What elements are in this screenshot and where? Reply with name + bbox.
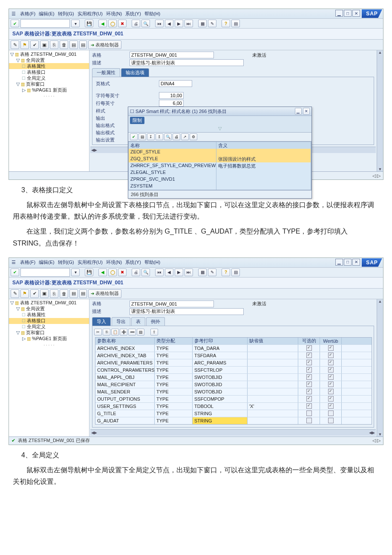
grid-row[interactable]: ZLEGAL_STYLE — [129, 169, 311, 176]
checkbox-optional[interactable] — [306, 418, 312, 423]
navigation-tree[interactable]: ▽▥表格 ZTESTFM_DHW_001 ▽▥全局设置 ☐表格属性 ☐表格接口 … — [9, 299, 89, 436]
table-row[interactable]: MAIL_RECIPIENTTYPESWOTOBJID — [95, 381, 372, 388]
import-parameters-table[interactable]: 参数名称 类型分配 参考打印 缺省值 可选的 Wertüb ARCHIVE_IN… — [95, 337, 372, 425]
prev-page-icon[interactable]: ◀ — [165, 269, 173, 276]
nav-icon[interactable]: ▤ — [79, 289, 87, 298]
checkbox-wertub[interactable] — [328, 418, 334, 423]
dropdown-icon[interactable]: ▾ — [71, 20, 80, 27]
menu-env[interactable]: 环境(N) — [106, 11, 122, 17]
shortcut-icon[interactable]: ✎ — [208, 269, 216, 276]
tree-resize-handle[interactable]: · · · · · — [9, 342, 89, 348]
navigation-tree[interactable]: ▽▥表格 ZTESTFM_DHW_001 ▽▥全局设置 ☐表格属性 ☐表格接口 … — [9, 50, 89, 171]
help-icon[interactable]: ? — [222, 20, 230, 27]
checkbox-optional[interactable] — [306, 410, 312, 416]
col-ref[interactable]: 参考打印 — [193, 338, 248, 344]
description-field[interactable]: 课堂练习-航班计划表 — [130, 308, 244, 315]
tab-export[interactable]: 导出 — [112, 317, 130, 326]
move-up-icon[interactable]: ⇧ — [150, 329, 158, 335]
col-name[interactable]: 名称 — [129, 142, 216, 149]
select-all-icon[interactable]: ▤ — [137, 329, 144, 335]
menu-system[interactable]: 系统(Y) — [125, 11, 141, 17]
menu-util[interactable]: 实用程序(U) — [78, 11, 103, 17]
print-icon[interactable]: 🖨 — [173, 133, 180, 140]
menu-env[interactable]: 环境(N) — [106, 259, 122, 266]
cut-icon[interactable]: ✂ — [94, 329, 102, 335]
ok-icon[interactable]: ✔ — [11, 20, 19, 27]
layout-icon[interactable]: ▤ — [231, 20, 240, 27]
table-row[interactable]: ARCHIVE_PARAMETERSTYPEARC_PARAMS — [95, 359, 372, 366]
tree-node-page1[interactable]: ▷▥%PAGE1 新页面 — [9, 87, 89, 93]
where-used-icon[interactable]: ▤ — [69, 289, 78, 298]
cpi-field[interactable]: 10,00 — [159, 92, 184, 99]
menu-edit[interactable]: 编辑(E) — [39, 259, 55, 266]
copy-icon[interactable]: ⎘ — [50, 289, 58, 298]
print-icon[interactable]: 🖨 — [132, 269, 140, 276]
col-optional[interactable]: 可选的 — [298, 338, 320, 344]
tab-output-options[interactable]: 输出选项 — [121, 68, 149, 77]
find-icon[interactable]: 🔍 — [141, 20, 150, 27]
checkbox-optional[interactable] — [306, 360, 312, 365]
grid-row[interactable]: ZHRRCF_SF_STYLE_CAND_PREVIEW 电子招募数据总览 — [129, 162, 311, 169]
grid-row[interactable]: ZPROF_SVC_INVD1 — [129, 176, 311, 183]
window-maximize-button[interactable]: □ — [344, 10, 352, 17]
find-icon[interactable]: 🔍 — [141, 269, 150, 276]
save-icon[interactable]: 💾 — [85, 20, 93, 27]
first-page-icon[interactable]: ⏮ — [155, 269, 164, 276]
help-icon[interactable]: ? — [222, 269, 230, 276]
checkbox-wertub[interactable] — [328, 345, 334, 351]
col-type[interactable]: 类型分配 — [155, 338, 193, 344]
form-painter-button[interactable]: ➔ 表格绘制器 — [88, 289, 121, 298]
tree-resize-handle[interactable]: · · · · · — [9, 93, 89, 99]
menu-form[interactable]: 表格(F) — [20, 11, 35, 17]
table-row[interactable]: G_TITLETYPESTRING — [95, 410, 372, 417]
dialog-close-button[interactable]: ✕ — [303, 108, 310, 115]
test-icon[interactable]: ▣ — [40, 40, 49, 49]
menu-goto[interactable]: 转到(G) — [58, 11, 74, 17]
horizontal-scrollbar[interactable]: ◀▶◀▶ — [90, 429, 376, 436]
shortcut-icon[interactable]: ✎ — [208, 20, 216, 27]
exit-icon[interactable]: ◯ — [108, 20, 117, 27]
table-row[interactable]: ARCHIVE_INDEXTYPETOA_DARA — [95, 344, 372, 352]
form-painter-button[interactable]: ➔ 表格绘制器 — [88, 40, 121, 49]
checkbox-optional[interactable] — [306, 403, 312, 409]
new-session-icon[interactable]: ▦ — [198, 269, 207, 276]
window-minimize-button[interactable]: ▁ — [335, 259, 343, 266]
dropdown-icon[interactable]: ▾ — [71, 269, 80, 276]
tree-node-global-defs[interactable]: ☐全局定义 — [9, 75, 89, 81]
vertical-scrollbar[interactable]: ▲▼ — [377, 50, 383, 171]
table-row[interactable]: CONTROL_PARAMETERSTYPESSFCTRLOP — [95, 366, 372, 373]
tree-node-form-attributes[interactable]: ☐表格属性 — [9, 63, 89, 69]
menu-help[interactable]: 帮助(H) — [144, 11, 160, 17]
next-page-icon[interactable]: ▶ — [175, 20, 183, 27]
check-icon[interactable]: ✔ — [30, 40, 39, 49]
back-icon[interactable]: ◀ — [98, 20, 107, 27]
menu-help[interactable]: 帮助(H) — [144, 259, 160, 266]
table-row[interactable]: OUTPUT_OPTIONSTYPESSFCOMPOP — [95, 395, 372, 402]
col-meaning[interactable]: 含义 — [216, 142, 311, 149]
copy-icon[interactable]: ⎘ — [50, 40, 58, 49]
grid-row[interactable]: ZSYSTEM — [129, 183, 311, 190]
checkbox-optional[interactable] — [306, 353, 312, 358]
layout-icon[interactable]: ▤ — [231, 269, 240, 276]
find-icon[interactable]: 🔍 — [164, 133, 172, 140]
cancel-icon[interactable]: ✖ — [118, 20, 127, 27]
exit-icon[interactable]: ◯ — [108, 269, 117, 276]
checkbox-wertub[interactable] — [328, 353, 334, 358]
activate-icon[interactable]: ⚑ — [20, 289, 29, 298]
checkbox-optional[interactable] — [306, 374, 312, 380]
tab-tables[interactable]: 表 — [131, 317, 145, 326]
checkbox-wertub[interactable] — [328, 396, 334, 402]
sort-asc-icon[interactable]: ↧ — [147, 133, 155, 140]
style-result-grid[interactable]: 名称 含义 ZEOF_STYLE ZGQ_STYLE 张国强设计的样式 Z — [128, 142, 311, 190]
table-row[interactable]: G_AUDATTYPESTRING — [95, 417, 372, 424]
print-icon[interactable]: 🖨 — [132, 20, 140, 27]
where-used-icon[interactable]: ▤ — [69, 40, 78, 49]
copy-icon[interactable]: ⎘ — [103, 329, 110, 335]
window-close-button[interactable]: ✕ — [352, 259, 360, 266]
checkbox-wertub[interactable] — [328, 360, 334, 365]
checkbox-wertub[interactable] — [328, 382, 334, 387]
menu-edit[interactable]: 编辑(E) — [39, 11, 55, 17]
filter-icon[interactable]: ▤ — [138, 133, 146, 140]
page-format-field[interactable]: DINA4 — [159, 80, 192, 87]
nav-icon[interactable]: ▤ — [79, 40, 87, 49]
